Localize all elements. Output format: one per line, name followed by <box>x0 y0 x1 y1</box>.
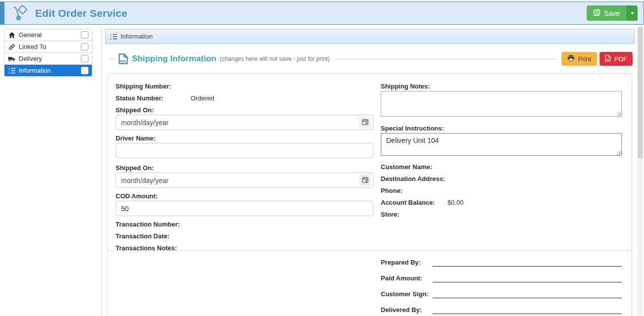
sidebar-item-delivery[interactable]: Delivery <box>4 53 92 65</box>
truck-icon <box>8 55 15 62</box>
app-header: Edit Order Service Save ▾ <box>0 1 644 25</box>
prepared-by-signature-line <box>433 258 622 267</box>
section-subtitle: (changes here will not save - just for p… <box>220 55 330 62</box>
information-panel-header: 12 Information <box>105 29 635 44</box>
driver-name-label: Driver Name: <box>116 135 373 142</box>
pdf-file-icon: PDF <box>605 55 611 63</box>
legend-dash <box>110 59 116 59</box>
vertical-scrollbar[interactable] <box>638 27 643 316</box>
legend-rule <box>335 59 557 59</box>
sidebar-item-linked-to[interactable]: Linked To <box>4 41 92 53</box>
sidebar-nav: General Linked To Delivery 12 Informatio… <box>4 29 92 77</box>
shipping-section-legend: PDF Shipping Information (changes here w… <box>110 51 633 66</box>
delivered-by-label: Delivered By: <box>381 306 433 314</box>
store-label: Store: <box>381 211 622 219</box>
ordered-list-icon: 12 <box>8 67 15 74</box>
save-dropdown-button[interactable]: ▾ <box>627 5 638 21</box>
sidebar-item-label: General <box>19 31 41 39</box>
customer-sign-label: Customer Sign: <box>381 290 433 298</box>
floppy-disk-icon <box>594 9 600 17</box>
print-button[interactable]: Print <box>562 52 597 66</box>
save-button-label: Save <box>604 9 620 17</box>
sidebar-item-label: Linked To <box>19 43 46 50</box>
account-balance-label: Account Balance: <box>381 199 622 207</box>
svg-text:1: 1 <box>8 67 10 70</box>
scrollbar-thumb[interactable] <box>638 27 643 158</box>
sidebar-item-general[interactable]: General <box>4 29 92 41</box>
hand-truck-icon <box>11 5 28 22</box>
page-title: Edit Order Service <box>35 7 127 19</box>
calendar-icon <box>362 177 368 184</box>
paid-amount-label: Paid Amount: <box>381 274 433 282</box>
delivery-checkbox[interactable] <box>81 55 88 62</box>
svg-text:2: 2 <box>8 71 10 74</box>
shipping-number-label: Shipping Number: <box>116 83 373 90</box>
content-left-border <box>101 27 102 316</box>
sidebar-item-information[interactable]: 12 Information <box>4 65 92 76</box>
sidebar-item-label: Delivery <box>19 55 42 62</box>
transaction-number-label: Transaction Number: <box>116 221 373 228</box>
linked-to-checkbox[interactable] <box>81 43 88 50</box>
pdf-file-icon: PDF <box>119 53 128 64</box>
signature-row-paid-amount: Paid Amount: <box>381 270 622 282</box>
pdf-button-label: PDF <box>614 55 627 63</box>
prepared-by-label: Prepared By: <box>381 259 433 267</box>
form-right-column: Shipping Notes: Special Instructions: De… <box>381 83 622 223</box>
link-icon <box>8 44 15 50</box>
shipping-notes-textarea[interactable] <box>381 91 622 117</box>
status-number-label: Status Number: <box>116 94 373 102</box>
shipped-on-2-input[interactable] <box>116 173 373 188</box>
shipping-form-panel: Shipping Number: Status Number: Ordered … <box>107 73 632 316</box>
signature-row-delivered-by: Delivered By: <box>381 301 622 314</box>
print-button-label: Print <box>578 55 591 63</box>
calendar-picker-button[interactable] <box>359 117 371 128</box>
shipped-on-label: Shipped On: <box>116 106 373 114</box>
paid-amount-signature-line <box>433 274 622 282</box>
calendar-icon <box>362 119 368 127</box>
transaction-date-label: Transaction Date: <box>116 232 373 240</box>
sidebar-item-label: Information <box>19 67 51 74</box>
home-icon <box>8 32 15 39</box>
form-left-column: Shipping Number: Status Number: Ordered … <box>116 83 373 256</box>
svg-text:PDF: PDF <box>120 59 126 63</box>
form-divider <box>108 250 632 251</box>
phone-label: Phone: <box>381 187 622 195</box>
special-instructions-label: Special Instructions: <box>381 125 622 133</box>
signature-row-customer-sign: Customer Sign: <box>381 285 622 298</box>
calendar-picker-button[interactable] <box>359 175 371 186</box>
svg-text:PDF: PDF <box>606 59 610 61</box>
customer-name-label: Customer Name: <box>381 163 622 171</box>
destination-address-label: Destination Address: <box>381 175 622 183</box>
cod-amount-input[interactable] <box>116 201 373 216</box>
save-button-group: Save ▾ <box>587 5 638 21</box>
general-checkbox[interactable] <box>81 31 88 39</box>
information-panel-title: Information <box>121 33 153 40</box>
transactions-notes-label: Transactions Notes: <box>116 244 373 252</box>
ordered-list-icon: 12 <box>110 33 117 40</box>
status-number-value: Ordered <box>191 94 214 102</box>
delivered-by-signature-line <box>433 306 622 314</box>
save-button[interactable]: Save <box>587 5 627 21</box>
shipping-notes-label: Shipping Notes: <box>381 83 622 90</box>
account-balance-value: $0.00 <box>447 199 464 207</box>
printer-icon <box>567 55 574 63</box>
header-accent-bar <box>0 2 4 24</box>
special-instructions-textarea[interactable]: Delivery Unit 104 <box>381 133 622 156</box>
shipped-on-2-label: Shipped On: <box>116 164 373 172</box>
customer-sign-signature-line <box>433 290 622 298</box>
svg-text:2: 2 <box>110 37 112 40</box>
pdf-button[interactable]: PDF PDF <box>600 52 633 66</box>
shipped-on-input[interactable] <box>116 115 373 130</box>
cod-amount-label: COD Amount: <box>116 192 373 200</box>
section-title: Shipping Information <box>132 54 216 64</box>
caret-down-icon: ▾ <box>631 10 634 16</box>
signature-section: Prepared By: Paid Amount: Customer Sign:… <box>381 254 622 316</box>
driver-name-input[interactable] <box>116 143 373 158</box>
signature-row-prepared-by: Prepared By: <box>381 254 622 267</box>
svg-text:1: 1 <box>110 33 112 36</box>
information-checkbox[interactable] <box>81 67 88 74</box>
